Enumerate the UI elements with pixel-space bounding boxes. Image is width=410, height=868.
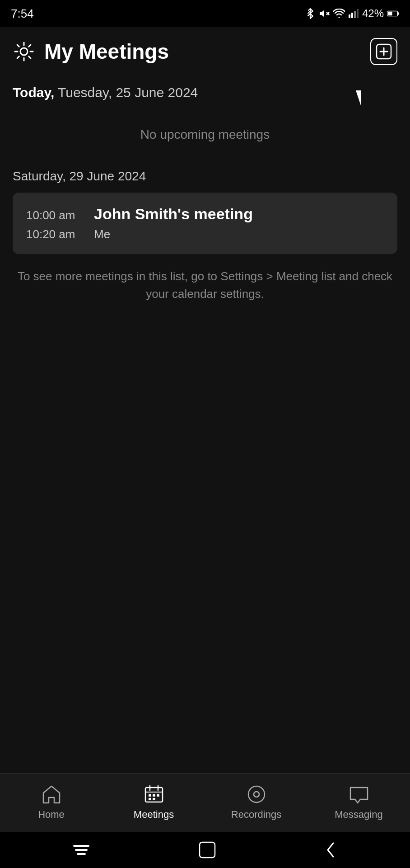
meeting-host-row: 10:20 am Me	[26, 227, 384, 241]
header-left: My Meetings	[13, 39, 169, 64]
battery-icon	[387, 10, 399, 17]
meetings-nav-icon	[143, 783, 165, 805]
svg-point-25	[248, 786, 265, 802]
svg-rect-23	[149, 798, 151, 800]
meeting-start-time: 10:00 am	[26, 208, 85, 222]
meeting-host: Me	[94, 227, 110, 241]
bluetooth-icon	[305, 8, 315, 19]
wifi-icon	[333, 9, 345, 19]
add-meeting-button[interactable]	[370, 38, 397, 65]
meeting-card-0[interactable]: 10:00 am John Smith's meeting 10:20 am M…	[13, 193, 397, 254]
svg-point-12	[20, 48, 28, 55]
settings-button[interactable]	[13, 40, 35, 63]
system-nav-home[interactable]	[199, 841, 216, 859]
recordings-nav-icon	[246, 783, 267, 805]
home-nav-label: Home	[38, 809, 65, 821]
meeting-title: John Smith's meeting	[94, 205, 253, 223]
main-content: Today, Tuesday, 25 June 2024 No upcoming…	[0, 76, 410, 307]
svg-rect-22	[157, 794, 159, 797]
today-label: Today,	[13, 85, 54, 100]
svg-rect-21	[153, 794, 155, 797]
nav-item-home[interactable]: Home	[0, 783, 102, 821]
svg-rect-27	[73, 845, 89, 847]
signal-icon	[349, 9, 359, 18]
svg-rect-29	[77, 853, 86, 855]
nav-item-recordings[interactable]: Recordings	[205, 783, 308, 821]
svg-rect-28	[75, 849, 88, 851]
recordings-nav-label: Recordings	[231, 809, 281, 821]
header: My Meetings	[0, 27, 410, 76]
nav-item-messaging[interactable]: Messaging	[308, 783, 410, 821]
svg-rect-11	[388, 12, 392, 15]
svg-rect-24	[153, 798, 155, 800]
svg-rect-5	[349, 14, 350, 18]
page-title: My Meetings	[44, 39, 169, 64]
svg-rect-30	[200, 842, 215, 858]
today-date: Today, Tuesday, 25 June 2024	[13, 85, 397, 100]
meeting-time-row: 10:00 am John Smith's meeting	[26, 205, 384, 223]
mute-icon	[319, 8, 330, 19]
svg-rect-10	[397, 12, 399, 15]
svg-rect-7	[354, 11, 356, 18]
svg-point-26	[254, 792, 259, 797]
settings-hint-text: To see more meetings in this list, go to…	[13, 268, 397, 303]
today-section: Today, Tuesday, 25 June 2024 No upcoming…	[13, 85, 397, 165]
bottom-nav: Home Meetings Recordings	[0, 773, 410, 832]
svg-rect-8	[357, 9, 359, 18]
no-meetings-text: No upcoming meetings	[13, 109, 397, 165]
svg-rect-20	[149, 794, 151, 797]
system-nav	[0, 832, 410, 868]
battery-percent: 42%	[362, 7, 384, 20]
status-bar: 7:54 42%	[0, 0, 410, 27]
meeting-end-time: 10:20 am	[26, 227, 85, 241]
system-nav-recents[interactable]	[72, 843, 90, 857]
future-date-0: Saturday, 29 June 2024	[13, 169, 397, 184]
messaging-nav-label: Messaging	[335, 809, 382, 821]
meetings-nav-label: Meetings	[134, 809, 174, 821]
nav-item-meetings[interactable]: Meetings	[102, 783, 205, 821]
svg-rect-6	[351, 13, 353, 18]
system-nav-back[interactable]	[324, 841, 338, 859]
status-icons: 42%	[305, 7, 399, 20]
status-time: 7:54	[11, 7, 34, 21]
future-section-0: Saturday, 29 June 2024 10:00 am John Smi…	[13, 169, 397, 254]
messaging-nav-icon	[348, 783, 370, 805]
today-full-date: Tuesday, 25 June 2024	[54, 85, 198, 100]
home-nav-icon	[41, 783, 62, 805]
